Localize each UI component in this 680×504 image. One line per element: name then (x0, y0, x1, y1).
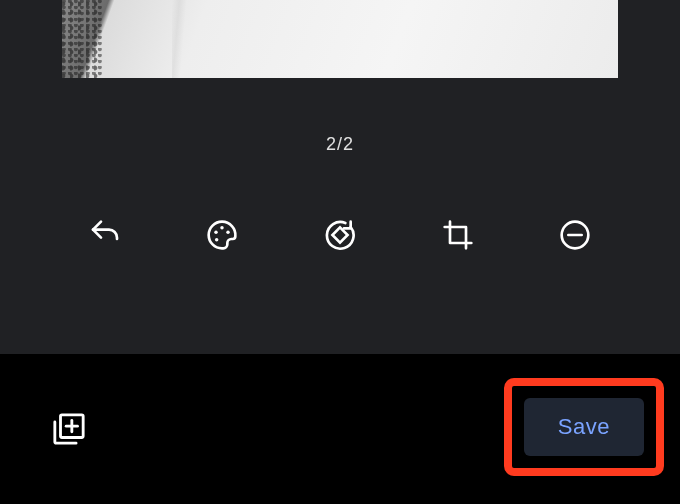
rotate-icon (324, 219, 356, 251)
svg-point-1 (221, 226, 224, 229)
crop-button[interactable] (440, 217, 476, 253)
svg-point-2 (227, 231, 230, 234)
svg-point-0 (215, 231, 218, 234)
crop-icon (442, 219, 474, 251)
undo-button[interactable] (87, 217, 123, 253)
add-page-icon (52, 412, 86, 446)
remove-button[interactable] (557, 217, 593, 253)
svg-point-3 (215, 238, 218, 241)
rotate-button[interactable] (322, 217, 358, 253)
scan-preview-area (0, 0, 680, 78)
save-button[interactable]: Save (524, 398, 644, 456)
scanned-page-image[interactable] (62, 0, 618, 78)
edit-toolbar (0, 217, 680, 307)
save-highlight: Save (504, 378, 664, 476)
remove-icon (559, 219, 591, 251)
bottom-action-bar: Save (0, 354, 680, 504)
svg-rect-4 (332, 227, 347, 242)
undo-icon (89, 219, 121, 251)
page-counter: 2/2 (0, 78, 680, 217)
palette-icon (206, 219, 238, 251)
color-button[interactable] (204, 217, 240, 253)
add-page-button[interactable] (52, 412, 86, 446)
